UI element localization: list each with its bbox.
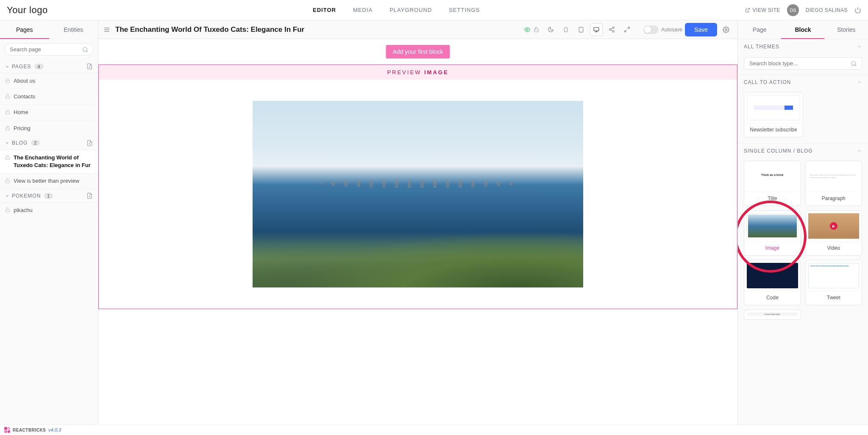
search-page-box[interactable] bbox=[4, 43, 94, 56]
user-avatar[interactable]: DS bbox=[787, 4, 799, 16]
preview-text-bold: IMAGE bbox=[424, 69, 449, 75]
svg-line-33 bbox=[611, 28, 612, 29]
tweet-thumb: ▬▬▬ ▬▬ ▬▬▬▬ ▬▬▬ ▬▬ ▬▬▬▬ ▬▬▬ bbox=[808, 263, 860, 288]
add-first-block-ribbon[interactable]: Add your first block bbox=[386, 45, 450, 59]
block-label: Image bbox=[744, 241, 801, 255]
view-site-label: VIEW SITE bbox=[753, 7, 780, 13]
search-page-input[interactable] bbox=[10, 46, 82, 53]
preview-image-block[interactable]: PREVIEW IMAGE bbox=[98, 64, 737, 309]
nav-media[interactable]: MEDIA bbox=[353, 7, 373, 13]
view-site-link[interactable]: VIEW SITE bbox=[745, 7, 780, 13]
nav-playground[interactable]: PLAYGROUND bbox=[389, 7, 432, 13]
block-newpost-partial[interactable]: A new fresh post bbox=[744, 310, 801, 320]
block-code[interactable]: Code bbox=[744, 260, 801, 305]
svg-line-35 bbox=[624, 30, 626, 32]
block-label: Code bbox=[744, 291, 801, 305]
single-section-header[interactable]: SINGLE COLUMN / BLOG bbox=[738, 143, 868, 158]
all-themes-label: ALL THEMES bbox=[744, 44, 779, 50]
page-item-tuxedo[interactable]: The Enchanting World of Tuxedo Cats: Ele… bbox=[0, 150, 98, 173]
svg-point-2 bbox=[83, 47, 87, 51]
tablet-icon[interactable] bbox=[575, 23, 587, 36]
all-themes-header[interactable]: ALL THEMES bbox=[738, 39, 868, 54]
svg-point-37 bbox=[851, 61, 855, 65]
page-label: Pricing bbox=[14, 125, 31, 132]
autosave-toggle[interactable] bbox=[643, 25, 659, 34]
page-item-about[interactable]: About us bbox=[0, 73, 98, 89]
block-newsletter[interactable]: Newsletter subscribe bbox=[744, 92, 803, 137]
search-block-box[interactable] bbox=[744, 57, 862, 70]
nav-settings[interactable]: SETTINGS bbox=[449, 7, 480, 13]
block-video[interactable]: Video bbox=[805, 210, 862, 256]
cta-section-header[interactable]: CALL TO ACTION bbox=[738, 75, 868, 89]
chevron-down-icon bbox=[5, 141, 9, 145]
video-thumb bbox=[808, 213, 860, 239]
expand-icon[interactable] bbox=[620, 23, 633, 36]
eye-icon[interactable] bbox=[524, 27, 530, 33]
group-pokemon-label: POKEMON bbox=[12, 193, 41, 199]
moon-icon[interactable] bbox=[544, 23, 557, 36]
page-label: pikachu bbox=[14, 206, 33, 214]
group-blog-label: BLOG bbox=[12, 140, 28, 146]
share-icon[interactable] bbox=[605, 23, 618, 36]
block-label: Paragraph bbox=[806, 192, 862, 206]
group-pokemon-header[interactable]: POKEMON 1 bbox=[0, 189, 98, 203]
unlock-icon bbox=[5, 78, 10, 83]
add-page-icon[interactable] bbox=[86, 63, 93, 70]
chevron-down-icon bbox=[5, 194, 9, 198]
block-paragraph[interactable]: Lorem ipsum dolor sit amet consectetur a… bbox=[805, 161, 862, 206]
tab-page[interactable]: Page bbox=[738, 20, 781, 39]
top-nav: EDITOR MEDIA PLAYGROUND SETTINGS bbox=[48, 7, 745, 13]
chevron-down-icon bbox=[5, 64, 9, 69]
svg-point-29 bbox=[612, 27, 614, 28]
search-icon bbox=[851, 61, 857, 67]
tab-underline bbox=[0, 38, 49, 39]
code-thumb bbox=[747, 263, 798, 288]
search-block-input[interactable] bbox=[749, 60, 851, 67]
svg-point-31 bbox=[612, 31, 614, 32]
block-title[interactable]: Thick as a brick··· ··· ··· ··· Title bbox=[744, 161, 801, 206]
desktop-icon[interactable] bbox=[590, 23, 603, 36]
menu-icon[interactable] bbox=[103, 26, 110, 33]
tab-stories[interactable]: Stories bbox=[825, 20, 868, 39]
page-title: The Enchanting World Of Tuxedo Cats: Ele… bbox=[115, 25, 517, 34]
nav-editor[interactable]: EDITOR bbox=[313, 7, 336, 13]
image-thumb bbox=[747, 213, 798, 239]
svg-point-30 bbox=[609, 29, 611, 31]
group-pokemon-count: 1 bbox=[44, 193, 53, 199]
page-label: Contacts bbox=[14, 93, 35, 100]
add-page-icon[interactable] bbox=[86, 140, 93, 146]
add-page-icon[interactable] bbox=[86, 192, 93, 199]
page-item-view[interactable]: View is better than preview bbox=[0, 173, 98, 189]
block-tweet[interactable]: ▬▬▬ ▬▬ ▬▬▬▬ ▬▬▬ ▬▬ ▬▬▬▬ ▬▬▬ Tweet bbox=[805, 260, 862, 305]
page-item-pikachu[interactable]: pikachu bbox=[0, 203, 98, 218]
svg-rect-16 bbox=[6, 210, 10, 212]
svg-line-0 bbox=[747, 8, 750, 11]
page-item-pricing[interactable]: Pricing bbox=[0, 121, 98, 137]
svg-rect-22 bbox=[565, 28, 568, 32]
page-item-contacts[interactable]: Contacts bbox=[0, 89, 98, 105]
group-blog-count: 2 bbox=[31, 140, 40, 146]
block-image[interactable]: Image bbox=[744, 210, 801, 256]
svg-rect-8 bbox=[6, 112, 10, 114]
lock-icon[interactable] bbox=[534, 27, 539, 32]
cta-label: CALL TO ACTION bbox=[744, 79, 791, 85]
tab-entities[interactable]: Entities bbox=[49, 20, 98, 39]
page-label: About us bbox=[14, 77, 35, 85]
gear-icon[interactable] bbox=[720, 23, 732, 36]
tab-pages[interactable]: Pages bbox=[0, 20, 49, 39]
tab-block[interactable]: Block bbox=[781, 20, 824, 39]
group-blog-header[interactable]: BLOG 2 bbox=[0, 137, 98, 150]
svg-rect-6 bbox=[6, 81, 10, 83]
group-pages-count: 4 bbox=[34, 64, 43, 70]
group-pages-header[interactable]: PAGES 4 bbox=[0, 60, 98, 73]
chevron-up-icon bbox=[857, 148, 862, 153]
canvas[interactable]: Add your first block PREVIEW IMAGE bbox=[98, 39, 737, 424]
save-button[interactable]: Save bbox=[685, 23, 717, 36]
power-icon[interactable] bbox=[854, 7, 861, 14]
right-sidebar: Page Block Stories ALL THEMES CALL TO AC… bbox=[737, 20, 868, 424]
svg-rect-7 bbox=[6, 96, 10, 99]
mobile-icon[interactable] bbox=[559, 23, 572, 36]
version-label: v4.0.3 bbox=[48, 427, 61, 432]
bottom-bar: REACTBRICKS v4.0.3 bbox=[0, 424, 868, 435]
page-item-home[interactable]: Home bbox=[0, 105, 98, 120]
